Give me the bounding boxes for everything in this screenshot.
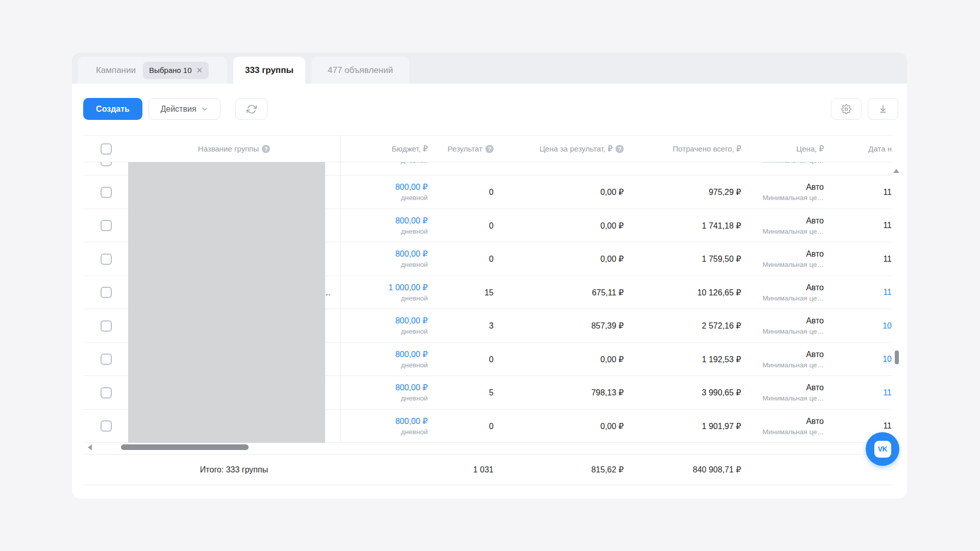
spent-total-value: 975,29 ₽ — [624, 186, 741, 198]
date-value[interactable]: 11 — [824, 288, 892, 297]
column-header-result[interactable]: Результат ? — [428, 144, 494, 153]
date-value[interactable]: 11 — [824, 188, 892, 197]
create-button[interactable]: Создать — [83, 98, 142, 120]
help-icon[interactable]: ? — [485, 145, 494, 153]
clear-selection-icon[interactable]: ✕ — [197, 66, 203, 74]
row-checkbox[interactable] — [101, 220, 112, 231]
budget-amount[interactable]: 800,00 ₽ — [340, 181, 428, 193]
footer-total-label: Итого: 333 группы — [200, 465, 268, 474]
vertical-scrollbar-thumb[interactable] — [895, 350, 899, 364]
budget-cell: 800,00 ₽ дневной — [340, 176, 428, 209]
cost-per-result-value: 0,00 ₽ — [494, 420, 624, 432]
budget-cell: 800,00 ₽ дневной — [340, 376, 428, 410]
row-checkbox[interactable] — [101, 254, 112, 265]
date-value[interactable]: 11 — [824, 421, 892, 431]
budget-type: дневной — [340, 327, 428, 337]
help-icon[interactable]: ? — [616, 145, 624, 153]
tab-campaigns-label: Кампании — [96, 65, 136, 76]
price-mode: Авто — [741, 415, 824, 427]
spent-total-cell: 1 192,53 ₽ — [624, 343, 741, 377]
vk-logo-icon: VK — [874, 441, 891, 458]
column-header-result-label: Результат — [448, 144, 482, 153]
cost-per-result-value: 0,00 ₽ — [494, 186, 624, 198]
scroll-left-arrow-icon[interactable] — [88, 444, 92, 450]
select-all-checkbox[interactable] — [101, 143, 112, 155]
budget-amount[interactable]: 800,00 ₽ — [340, 215, 428, 227]
group-name-tail[interactable]: .. — [326, 288, 331, 297]
budget-amount[interactable]: 800,00 ₽ — [340, 415, 428, 427]
column-header-budget-label: Бюджет, ₽ — [392, 144, 428, 154]
price-mode: Авто — [741, 348, 824, 360]
date-value[interactable]: 11 — [824, 221, 892, 230]
price-note: Минимальная це… — [741, 327, 824, 337]
footer-spent-total-value: 840 908,71 ₽ — [693, 465, 741, 474]
tab-groups[interactable]: 333 группы — [233, 57, 305, 84]
result-value: 0 — [428, 220, 494, 232]
result-cell: 0 — [428, 209, 494, 243]
create-button-label: Создать — [96, 105, 130, 114]
row-checkbox[interactable] — [101, 387, 112, 398]
budget-type: дневной — [340, 427, 428, 437]
horizontal-scrollbar[interactable] — [84, 444, 892, 451]
date-value[interactable]: 10 — [824, 321, 892, 331]
price-mode: Авто — [741, 282, 824, 293]
price-note: Минимальная це… — [741, 393, 824, 404]
result-cell: 0 — [428, 410, 494, 443]
budget-amount[interactable]: 800,00 ₽ — [340, 248, 428, 260]
vk-support-button[interactable]: VK — [866, 432, 899, 466]
spent-total-cell: 1 901,97 ₽ — [624, 410, 741, 443]
budget-amount[interactable]: 1 000,00 ₽ — [340, 282, 428, 293]
download-icon — [878, 104, 888, 114]
result-value: 3 — [428, 320, 494, 332]
chevron-down-icon — [201, 105, 209, 113]
column-header-name[interactable]: Название группы ? — [128, 144, 340, 153]
scroll-up-arrow-icon[interactable] — [893, 169, 899, 173]
selected-count-badge[interactable]: Выбрано 10 ✕ — [143, 62, 209, 79]
column-header-date[interactable]: Дата н — [824, 144, 892, 153]
budget-amount[interactable]: 800,00 ₽ — [340, 382, 428, 393]
row-checkbox[interactable] — [101, 354, 112, 365]
price-mode: Авто — [741, 215, 824, 227]
column-header-price[interactable]: Цена, ₽ — [741, 144, 824, 154]
row-checkbox[interactable] — [101, 287, 112, 298]
horizontal-scrollbar-thumb[interactable] — [121, 444, 249, 450]
spent-total-cell — [624, 162, 741, 176]
column-header-cost-per-result[interactable]: Цена за результат, ₽ ? — [494, 144, 624, 154]
budget-amount[interactable]: 800,00 ₽ — [340, 348, 428, 360]
refresh-icon — [247, 104, 257, 114]
tab-ads[interactable]: 477 объявлений — [311, 57, 409, 84]
price-mode: Авто — [741, 382, 824, 393]
settings-button[interactable] — [831, 98, 862, 120]
content-area: Создать Действия — [72, 84, 907, 498]
date-value[interactable]: 10 — [824, 355, 892, 364]
tab-campaigns[interactable]: Кампании Выбрано 10 ✕ — [78, 57, 227, 84]
column-header-spent-total[interactable]: Потрачено всего, ₽ — [624, 144, 741, 154]
column-header-budget[interactable]: Бюджет, ₽ — [340, 144, 428, 154]
price-mode: Авто — [741, 181, 824, 193]
actions-button[interactable]: Действия — [149, 98, 220, 120]
result-value: 15 — [428, 287, 494, 298]
footer-result-cell: 1 031 — [428, 465, 494, 474]
help-icon[interactable]: ? — [262, 145, 270, 153]
cost-per-result-value: 675,11 ₽ — [494, 287, 624, 298]
table-footer: Итого: 333 группы 1 031 815,62 ₽ 840 908… — [84, 454, 892, 485]
row-checkbox[interactable] — [101, 162, 112, 166]
row-checkbox[interactable] — [101, 420, 112, 432]
price-note: Минимальная це… — [741, 427, 824, 437]
result-cell: 3 — [428, 309, 494, 343]
budget-type: дневной — [340, 360, 428, 370]
date-value[interactable]: 11 — [824, 388, 892, 397]
result-value: 0 — [428, 420, 494, 432]
result-cell: 15 — [428, 276, 494, 310]
budget-cell: 800,00 ₽ дневной — [340, 242, 428, 276]
budget-amount[interactable]: 800,00 ₽ — [340, 315, 428, 327]
row-checkbox[interactable] — [101, 187, 112, 198]
refresh-button[interactable] — [235, 98, 267, 120]
cost-per-result-cell: 0,00 ₽ — [494, 242, 624, 276]
price-cell: Авто Минимальная це… — [741, 343, 824, 377]
row-checkbox[interactable] — [101, 320, 112, 332]
date-value[interactable]: 11 — [824, 255, 892, 264]
cost-per-result-cell — [494, 162, 624, 176]
footer-total-label-cell: Итого: 333 группы — [128, 465, 340, 474]
download-button[interactable] — [868, 98, 898, 120]
